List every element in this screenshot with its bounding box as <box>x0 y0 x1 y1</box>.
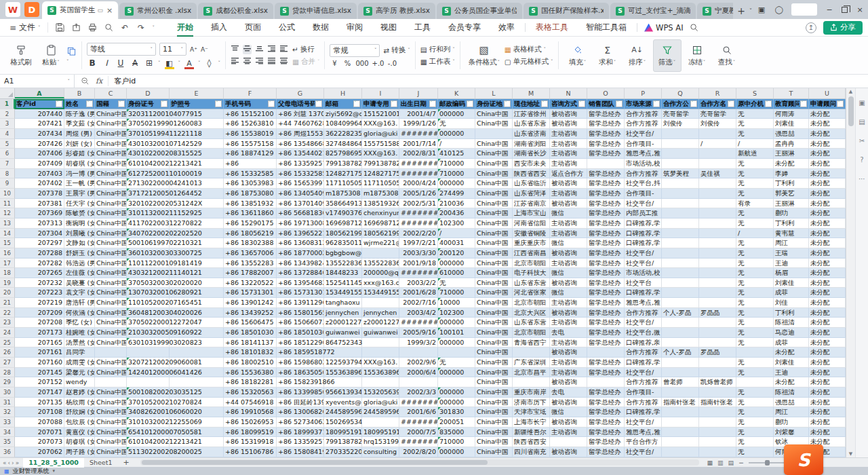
cell-B12[interactable]: 陈敏赟 (女 <box>64 208 95 218</box>
font-shrink-icon[interactable]: A⁻ <box>201 46 208 53</box>
filter-dropdown-icon[interactable] <box>161 100 167 107</box>
cell-A2[interactable]: 207440 <box>15 109 64 119</box>
cell-H16[interactable]: bgbgbow@ <box>324 248 362 259</box>
cell-I14[interactable]: 180562199 <box>362 229 399 239</box>
cell-N29[interactable]: 被动咨询 <box>550 377 587 387</box>
cell-S11[interactable]: 有录 <box>736 199 774 209</box>
cell-D36[interactable]: 511302200208200025 <box>127 447 170 457</box>
cell-L29[interactable]: China中国 <box>475 377 513 387</box>
cell-N23[interactable]: 主动咨询 <box>550 318 587 328</box>
cell-U30[interactable]: 未分配 <box>809 387 846 398</box>
cell-G33[interactable]: +86 52734062 <box>277 417 324 428</box>
header-cell-1[interactable]: 客户id <box>15 99 64 109</box>
cell-F17[interactable]: +86 13552283 <box>224 259 277 269</box>
cell-G11[interactable]: +86 1370140948 <box>277 199 324 209</box>
cell-L17[interactable]: China中国 <box>475 259 513 269</box>
cell-D31[interactable]: 370105200210270824 <box>127 398 170 408</box>
cell-S26[interactable] <box>736 347 774 358</box>
cell-C23[interactable]: China中国 <box>95 318 127 328</box>
cell-L19[interactable]: China中国 <box>475 278 513 288</box>
cell-A30[interactable]: 207147 <box>15 387 64 398</box>
cell-S13[interactable]: 无 <box>736 218 774 229</box>
cell-Q22[interactable]: 个人-罗晶 <box>662 308 699 318</box>
cell-S31[interactable]: 无 <box>736 398 774 408</box>
upgrade-icon[interactable]: ↥ <box>806 22 816 33</box>
cell-G24[interactable]: +86 1850103098 <box>277 328 324 338</box>
cell-H9[interactable]: 117110505 <box>324 178 362 189</box>
cell-C25[interactable]: China中国 <box>95 338 127 348</box>
increase-decimal-icon[interactable]: +.0 <box>372 60 384 67</box>
chevron-down-icon[interactable]: ▾ <box>53 468 56 474</box>
column-header-P[interactable]: P <box>625 88 662 98</box>
cell-Q21[interactable] <box>662 298 699 308</box>
cell-D35[interactable]: 610104200212213421 <box>127 437 170 447</box>
cell-G25[interactable]: +86 1851229020 <box>277 338 324 348</box>
cell-A17[interactable]: 207282 <box>15 259 64 269</box>
row-number-34[interactable]: 34 <box>0 428 15 438</box>
align-center-icon[interactable] <box>243 57 252 66</box>
cell-R10[interactable] <box>699 189 736 199</box>
cell-T32[interactable]: 周江 <box>774 407 809 417</box>
cell-U14[interactable]: 未分配 <box>809 229 846 239</box>
cell-N31[interactable]: 被动咨询 <box>550 398 587 408</box>
column-header-F[interactable]: F <box>224 88 277 98</box>
cell-D7[interactable]: 610104200212213421 <box>127 159 170 169</box>
cell-U10[interactable]: 未分配 <box>809 189 846 199</box>
row-number-21[interactable]: 21 <box>0 298 15 308</box>
cell-U34[interactable]: 未分配 <box>809 428 846 438</box>
cell-G21[interactable]: +86 1391129694 <box>277 298 324 308</box>
cell-D24[interactable]: 210303200509160922 <box>127 328 170 338</box>
cell-S23[interactable]: 无 <box>736 318 774 328</box>
cell-C18[interactable]: China中国 <box>95 268 127 278</box>
cell-A21[interactable]: 207219 <box>15 298 64 308</box>
cell-J3[interactable]: 1999/1/26 <box>399 119 438 129</box>
cell-Q34[interactable] <box>662 428 699 438</box>
restore-icon[interactable] <box>842 7 848 13</box>
cell-B17[interactable]: 韩浩远 (男 <box>64 259 95 269</box>
cell-J25[interactable]: 1999/3/2 <box>399 338 438 348</box>
header-cell-5[interactable]: 护照号 <box>170 99 224 109</box>
cell-C20[interactable]: China中国 <box>95 288 127 298</box>
cell-L28[interactable]: China中国 <box>475 368 513 378</box>
cell-R13[interactable] <box>699 218 736 229</box>
cell-G6[interactable]: +86 1354402198 <box>277 149 324 159</box>
cell-F8[interactable]: +86 15332585 <box>224 169 277 179</box>
cell-K17[interactable]: 000000 <box>438 259 475 269</box>
cell-F16[interactable]: +86 13657006 <box>224 248 277 259</box>
file-tab[interactable]: S宁夏教师样本.xlsx <box>697 3 733 19</box>
cell-B26[interactable]: 吕同学 <box>64 347 95 358</box>
font-color-icon[interactable]: A <box>184 59 195 68</box>
cell-A27[interactable]: 207160 <box>15 358 64 368</box>
cell-U6[interactable]: 未分配 <box>809 149 846 159</box>
cell-I29[interactable] <box>362 377 399 387</box>
cell-Q16[interactable] <box>662 248 699 259</box>
cell-P27[interactable]: 口碑推荐,学 <box>625 358 662 368</box>
cell-J29[interactable] <box>399 377 438 387</box>
column-header-N[interactable]: N <box>550 88 587 98</box>
cell-L36[interactable]: China中国 <box>475 447 513 457</box>
worksheet-button[interactable]: ▦工作表˅ <box>420 57 455 66</box>
cell-I13[interactable]: 169698712 <box>362 218 399 229</box>
cell-C26[interactable] <box>95 347 127 358</box>
sheet-tab-1[interactable]: Sheet1 <box>84 458 118 468</box>
cell-L21[interactable]: China中国 <box>475 298 513 308</box>
cell-K2[interactable]: 000000 <box>438 109 475 119</box>
cell-T25[interactable]: 成菲 <box>774 338 809 348</box>
reader-view-icon[interactable]: ▤ <box>728 459 734 466</box>
cell-G10[interactable]: +86 1340540988 <box>277 189 324 199</box>
cell-U15[interactable]: 未分配 <box>809 238 846 248</box>
skin-icon[interactable]: ◯ <box>774 5 785 14</box>
cell-A12[interactable]: 207369 <box>15 208 64 218</box>
cell-R2[interactable]: 亮哥留学 <box>699 109 736 119</box>
cell-U12[interactable]: 未分配 <box>809 208 846 218</box>
cell-A8[interactable]: 207403 <box>15 169 64 179</box>
cell-I34[interactable]: 180995191 <box>362 428 399 438</box>
cell-M12[interactable]: 上海市宝山 <box>513 208 550 218</box>
冻结-button[interactable]: 冻结˅ <box>683 39 711 72</box>
cell-R16[interactable] <box>699 248 736 259</box>
file-tab[interactable]: S贷款申请信息.xlsx <box>275 3 357 19</box>
cell-M20[interactable]: 河北省张家 <box>513 288 550 298</box>
cell-A7[interactable]: 207409 <box>15 159 64 169</box>
cell-H35[interactable]: 799138782 <box>324 437 362 447</box>
cell-L3[interactable]: China中国 <box>475 119 513 129</box>
